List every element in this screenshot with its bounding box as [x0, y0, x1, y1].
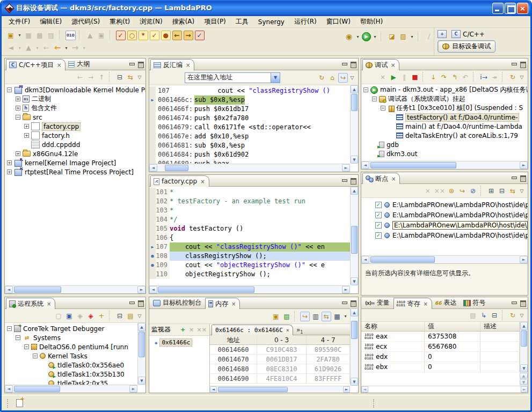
vertical-scrollbar[interactable]: ▲ ▼: [350, 85, 358, 164]
open-perspective-icon[interactable]: +: [438, 30, 447, 38]
back-icon[interactable]: ←: [75, 72, 85, 82]
tab-variables[interactable]: (x)= 变量: [362, 297, 393, 308]
suspend-icon[interactable]: ∥: [399, 72, 409, 82]
separator[interactable]: [480, 186, 484, 196]
minimize-view-icon[interactable]: [341, 178, 348, 184]
vertical-scrollbar[interactable]: ▲ ▼: [350, 324, 358, 386]
expander-icon[interactable]: [381, 106, 385, 111]
instruction-stepping-icon[interactable]: i→: [479, 72, 489, 82]
expander-icon[interactable]: [372, 97, 377, 101]
layout-icon[interactable]: ▦: [332, 312, 342, 321]
tree-item[interactable]: Systems: [5, 333, 137, 342]
close-tab-icon[interactable]: ×: [200, 179, 205, 185]
scroll-left-icon[interactable]: ◄: [361, 256, 369, 263]
disconnect-icon[interactable]: ×: [378, 72, 388, 82]
expander-icon[interactable]: [7, 87, 12, 92]
maximize-view-icon[interactable]: [519, 300, 527, 306]
minimize-view-icon[interactable]: [341, 61, 348, 68]
new-wizard-dropdown-icon[interactable]: ▾: [17, 31, 22, 40]
tab-overflow-chevron[interactable]: »1: [296, 326, 303, 335]
scroll-right-icon[interactable]: ►: [342, 286, 350, 293]
back-icon[interactable]: ←: [53, 43, 62, 53]
collapse-all-icon[interactable]: ⊟: [490, 311, 499, 320]
link-instruction-pointer-icon[interactable]: ↪: [338, 73, 348, 83]
expander-icon[interactable]: [7, 170, 12, 174]
window-close-button[interactable]: ×: [517, 3, 528, 14]
close-tab-icon[interactable]: ×: [286, 327, 289, 333]
scroll-left-icon[interactable]: ◄: [361, 161, 369, 169]
tree-item[interactable]: CoreTek Target Debugger: [5, 324, 137, 333]
link-with-debug-icon[interactable]: ⇆: [508, 186, 518, 196]
page-down-icon[interactable]: ▼: [520, 379, 528, 385]
step-return-icon[interactable]: ↰: [450, 72, 460, 82]
tree-item[interactable]: ddd.cppddd: [5, 140, 145, 149]
line-marker-icon[interactable]: [149, 215, 156, 224]
close-tab-icon[interactable]: ×: [186, 62, 190, 68]
expand-all-icon[interactable]: ⊞: [486, 186, 496, 196]
expander-icon[interactable]: [7, 160, 12, 165]
menu-item[interactable]: 文件(F): [4, 16, 35, 27]
annotate-icon[interactable]: ●: [161, 31, 171, 40]
title-bar[interactable]: 目标设备调试 — dkm3/src/factory.cpp — LambdaPR…: [2, 0, 530, 16]
tree-item[interactable]: deltaTaskEntry() at coreALib.s:1,79: [361, 131, 528, 140]
separator[interactable]: [109, 311, 112, 321]
breakpoint-item[interactable]: E:\LambdaPROnew\LambdaPRO\host\ide\platf…: [361, 200, 528, 210]
last-edit-location-icon[interactable]: ◄: [6, 43, 16, 53]
window-maximize-button[interactable]: [505, 3, 516, 14]
tree-item[interactable]: gdb: [361, 140, 528, 149]
horizontal-scrollbar[interactable]: ◄ ►: [210, 386, 350, 393]
tab-target-console[interactable]: 目标机控制台: [150, 297, 205, 308]
view-menu-icon[interactable]: ▽: [349, 73, 355, 83]
back-disabled-icon[interactable]: ←: [41, 43, 51, 53]
tree-item[interactable]: main() at f:/Dao4.0/runtime-Lambda: [361, 122, 528, 131]
scroll-left-icon[interactable]: ◄: [361, 386, 368, 393]
new-report-icon[interactable]: *: [139, 31, 148, 40]
link-memory-rendering-icon[interactable]: ↪: [300, 312, 310, 321]
up-icon[interactable]: ↑: [97, 72, 106, 82]
run-config-icon[interactable]: ◪: [387, 32, 397, 41]
code-check-icon[interactable]: ✓: [116, 31, 126, 40]
perspective-cpp-button[interactable]: C C/C++: [449, 30, 487, 39]
scroll-right-icon[interactable]: ►: [343, 386, 350, 393]
scroll-down-icon[interactable]: ▼: [520, 364, 528, 372]
minimize-view-icon[interactable]: [128, 300, 136, 306]
memory-row[interactable]: 00614660 C910C483 895590C: [210, 345, 350, 355]
tree-item[interactable]: kernel[Kernel Image Project]: [5, 158, 145, 167]
column-header[interactable]: 名称: [361, 322, 425, 331]
vertical-scrollbar[interactable]: ▲ ▼: [137, 323, 145, 385]
address-input[interactable]: [185, 73, 271, 83]
scroll-up-icon[interactable]: ▲: [520, 322, 528, 330]
breakpoint-checkbox[interactable]: [375, 212, 382, 218]
scroll-right-icon[interactable]: ►: [129, 385, 137, 393]
scroll-right-icon[interactable]: ►: [520, 256, 528, 263]
menu-item[interactable]: 帮助(H): [355, 16, 388, 27]
perspective-debug-button[interactable]: 目标设备调试: [438, 40, 495, 53]
maximize-view-icon[interactable]: [519, 61, 527, 68]
column-header[interactable]: 描述: [480, 322, 520, 331]
breakpoint-checkbox[interactable]: [375, 222, 382, 229]
horizontal-scrollbar[interactable]: ◄ ►: [361, 161, 528, 169]
step-into-icon[interactable]: ↓: [428, 72, 438, 82]
maximize-view-icon[interactable]: [137, 300, 144, 306]
tree-item[interactable]: Kernel Tasks: [5, 351, 137, 360]
expander-icon[interactable]: [16, 97, 20, 101]
refresh-view-icon[interactable]: ↻: [317, 73, 326, 83]
tree-item[interactable]: DeltaOS6.0 pentium4 [runn: [5, 342, 137, 351]
tree-item[interactable]: tIdleTask0:0x356ae0: [5, 360, 137, 370]
scroll-left-icon[interactable]: ◄: [149, 164, 157, 172]
tab-disassembly[interactable]: 反汇编 ×: [150, 59, 194, 70]
debug-dropdown-icon[interactable]: ▾: [355, 32, 360, 41]
menu-item[interactable]: 编辑(E): [35, 16, 67, 27]
scroll-left-icon[interactable]: ◄: [5, 286, 13, 293]
scroll-down-icon[interactable]: ▼: [351, 156, 358, 164]
separator[interactable]: [294, 311, 297, 322]
tab-outline[interactable]: 大纲: [65, 58, 93, 70]
tab-debug[interactable]: 调试 ×: [362, 59, 399, 70]
show-type-names-icon[interactable]: ▤: [468, 311, 478, 320]
address-combo[interactable]: ▼: [185, 72, 280, 83]
separator[interactable]: [109, 72, 112, 83]
editor-code[interactable]: 101 * 102 * testFactory - an example tes…: [149, 187, 358, 285]
monitor-item[interactable]: ◆ 0x61466c: [149, 338, 209, 347]
expander-icon[interactable]: [16, 335, 20, 340]
export-folder-icon[interactable]: →: [184, 31, 193, 40]
